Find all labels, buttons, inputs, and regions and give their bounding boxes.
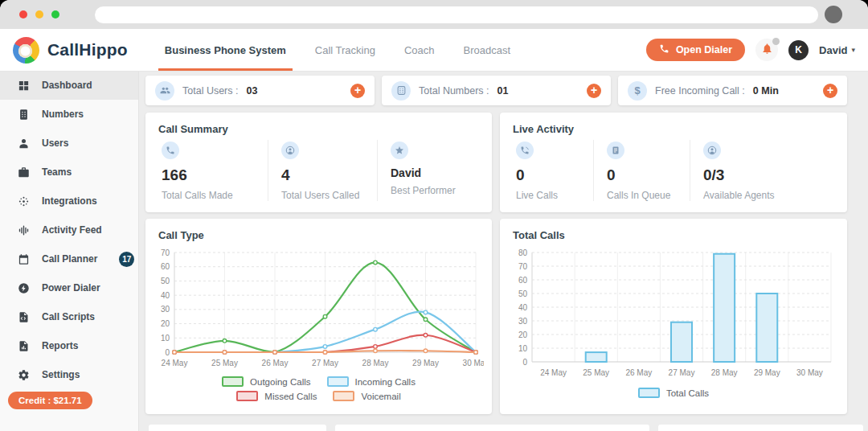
sidebar-item-activity-feed[interactable]: Activity Feed xyxy=(0,216,138,244)
svg-text:26 May: 26 May xyxy=(262,359,289,367)
svg-text:70: 70 xyxy=(161,248,170,257)
total-users-card: Total Users : 03 + xyxy=(145,76,375,105)
svg-text:26 May: 26 May xyxy=(625,368,652,377)
legend-swatch xyxy=(222,376,244,387)
sidebar-item-dashboard[interactable]: Dashboard xyxy=(0,71,138,100)
user-circle-icon xyxy=(703,142,721,159)
sidebar: Dashboard Numbers Users Teams Integratio… xyxy=(0,71,139,431)
svg-text:29 May: 29 May xyxy=(754,368,780,377)
legend-swatch xyxy=(333,391,354,401)
svg-text:24 May: 24 May xyxy=(162,359,188,367)
svg-text:24 May: 24 May xyxy=(540,368,567,377)
credit-badge[interactable]: Credit : $21.71 xyxy=(8,392,92,409)
call-queue-icon xyxy=(607,142,624,159)
sidebar-item-users[interactable]: Users xyxy=(0,129,138,158)
open-dialer-button[interactable]: Open Dialer xyxy=(646,39,745,61)
total-numbers-card: Total Numbers : 01 + xyxy=(382,76,611,105)
notifications-button[interactable] xyxy=(755,39,778,61)
add-number-button[interactable]: + xyxy=(587,84,601,98)
svg-text:30 May: 30 May xyxy=(463,359,484,367)
tab-call-tracking[interactable]: Call Tracking xyxy=(315,29,375,71)
call-planner-badge: 17 xyxy=(119,252,134,267)
svg-text:29 May: 29 May xyxy=(412,359,439,367)
metric-live-calls: 0 Live Calls xyxy=(516,140,593,201)
bell-icon xyxy=(761,43,773,58)
browser-chrome xyxy=(0,0,868,29)
legend-item: Voicemail xyxy=(333,391,400,401)
zoom-dot[interactable] xyxy=(51,10,59,18)
call-summary-card: Call Summary 166 Total Calls Made 4 Tota… xyxy=(145,113,492,212)
sidebar-item-integrations[interactable]: Integrations xyxy=(0,187,138,216)
live-activity-card: Live Activity 0 Live Calls 0 Calls In Qu… xyxy=(500,113,847,212)
sidebar-item-power-dialer[interactable]: Power Dialer xyxy=(0,273,138,302)
add-user-button[interactable]: + xyxy=(350,84,365,98)
script-file-icon xyxy=(18,311,30,323)
users-group-icon xyxy=(155,81,174,101)
avatar[interactable]: K xyxy=(788,40,809,60)
svg-text:25 May: 25 May xyxy=(583,368,609,377)
sidebar-item-settings[interactable]: Settings xyxy=(0,360,138,389)
svg-text:60: 60 xyxy=(518,276,528,285)
chevron-down-icon: ▾ xyxy=(851,46,855,54)
total-calls-chart: 0102030405060708024 May25 May26 May27 Ma… xyxy=(508,246,839,388)
svg-text:20: 20 xyxy=(518,330,528,339)
star-icon xyxy=(391,142,408,159)
sidebar-item-numbers[interactable]: Numbers xyxy=(0,100,138,129)
legend-label: Voicemail xyxy=(361,392,400,401)
svg-text:30 May: 30 May xyxy=(796,368,823,377)
tab-coach[interactable]: Coach xyxy=(404,29,435,71)
metric-available-agents: 0/3 Available Agents xyxy=(690,140,788,201)
activity-equalizer-icon xyxy=(18,224,30,236)
svg-text:20: 20 xyxy=(161,319,170,328)
tab-business-phone-system[interactable]: Business Phone System xyxy=(165,29,286,71)
svg-text:40: 40 xyxy=(518,303,528,312)
main-nav: Business Phone System Call Tracking Coac… xyxy=(165,29,510,71)
live-activity-title: Live Activity xyxy=(500,113,847,140)
call-type-card: Call Type 01020304050607024 May25 May26 … xyxy=(145,219,492,414)
svg-text:30: 30 xyxy=(161,305,170,314)
legend-swatch xyxy=(236,391,258,401)
legend-swatch xyxy=(638,388,660,398)
svg-text:27 May: 27 May xyxy=(669,368,695,377)
notification-dot xyxy=(772,38,780,45)
legend-label: Missed Calls xyxy=(264,392,317,401)
sidebar-item-call-scripts[interactable]: Call Scripts xyxy=(0,302,138,331)
sidebar-item-reports[interactable]: Reports xyxy=(0,331,138,360)
profile-circle-icon[interactable] xyxy=(825,6,842,23)
app-header: CallHippo Business Phone System Call Tra… xyxy=(0,29,868,72)
sidebar-item-teams[interactable]: Teams xyxy=(0,158,138,187)
call-type-legend: Outgoing CallsIncoming CallsMissed Calls… xyxy=(174,376,464,401)
close-dot[interactable] xyxy=(19,10,27,18)
metric-best-performer: David Best Performer xyxy=(377,140,469,201)
keypad-icon xyxy=(391,81,411,101)
next-row-card-stub xyxy=(335,425,649,431)
address-bar[interactable] xyxy=(95,6,818,23)
svg-text:28 May: 28 May xyxy=(362,359,389,367)
brand-logo[interactable]: CallHippo xyxy=(13,37,128,64)
legend-item: Missed Calls xyxy=(236,391,317,401)
add-credit-button[interactable]: + xyxy=(823,84,837,98)
svg-text:70: 70 xyxy=(518,262,528,271)
dollar-icon: $ xyxy=(628,81,647,101)
tab-broadcast[interactable]: Broadcast xyxy=(464,29,511,71)
power-dialer-icon xyxy=(18,282,30,294)
svg-text:27 May: 27 May xyxy=(312,359,338,367)
legend-item: Total Calls xyxy=(638,388,709,398)
legend-label: Incoming Calls xyxy=(355,377,416,387)
user-menu[interactable]: David ▾ xyxy=(819,44,855,56)
svg-text:28 May: 28 May xyxy=(711,368,738,377)
legend-item: Outgoing Calls xyxy=(222,376,310,387)
brand-name: CallHippo xyxy=(47,40,128,60)
dashboard-icon xyxy=(18,80,30,92)
phone-icon xyxy=(162,142,179,159)
call-type-chart: 01020304050607024 May25 May26 May27 May2… xyxy=(154,246,484,376)
svg-text:50: 50 xyxy=(518,289,528,298)
svg-text:25 May: 25 May xyxy=(211,359,238,367)
sidebar-item-call-planner[interactable]: Call Planner 17 xyxy=(0,244,138,273)
svg-text:0: 0 xyxy=(165,348,170,357)
metric-total-users-called: 4 Total Users Called xyxy=(268,140,377,201)
minimize-dot[interactable] xyxy=(35,10,43,18)
callhippo-logo-icon xyxy=(13,37,39,64)
svg-text:80: 80 xyxy=(518,248,528,257)
next-row-card-stub xyxy=(658,425,863,431)
